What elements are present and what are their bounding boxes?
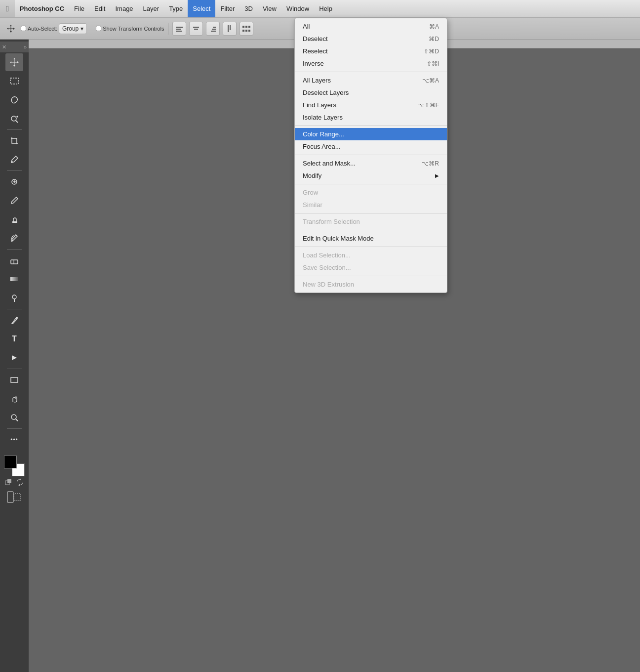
history-brush-tool[interactable] [5,229,23,247]
lasso-tool[interactable] [5,91,23,109]
menu-item-isolate-layers[interactable]: Isolate Layers [295,111,447,124]
tool-div-3 [7,249,22,250]
menu-item-color-range[interactable]: Color Range... [295,128,447,140]
svg-rect-26 [11,260,18,264]
eraser-tool[interactable] [5,252,23,269]
transform-checkbox[interactable] [96,26,101,31]
align-right-btn[interactable] [206,22,220,36]
menu-item-deselect-layers-label: Deselect Layers [303,89,349,96]
align-left-btn[interactable] [172,22,186,36]
view-menu[interactable]: View [258,0,281,17]
type-tool[interactable]: T [5,330,23,348]
menu-item-inverse-label: Inverse [303,60,324,67]
menu-item-save-selection[interactable]: Save Selection... [295,261,447,274]
auto-select-checkbox[interactable] [21,26,26,31]
hand-tool[interactable] [5,390,23,408]
filter-menu[interactable]: Filter [215,0,240,17]
menu-item-reselect-label: Reselect [303,47,328,55]
menu-item-inverse-shortcut: ⇧⌘I [427,60,439,67]
menu-item-similar[interactable]: Similar [295,199,447,211]
select-menu-trigger[interactable]: Select [188,0,215,17]
menu-item-transform-selection-label: Transform Selection [303,218,360,225]
menu-item-all-layers[interactable]: All Layers ⌥⌘A [295,74,447,86]
pen-tool[interactable] [5,311,23,329]
rectangle-tool[interactable] [5,371,23,389]
move-tool-icon[interactable] [4,22,18,36]
window-menu[interactable]: Window [281,0,314,17]
default-colors-icon[interactable] [5,478,13,486]
menu-item-reselect-shortcut: ⇧⌘D [424,48,439,55]
tool-div-5 [7,369,22,369]
brush-tool[interactable] [5,192,23,210]
apple-menu[interactable]:  [0,0,15,17]
menu-item-all[interactable]: All ⌘A [295,20,447,33]
menu-item-inverse[interactable]: Inverse ⇧⌘I [295,57,447,70]
swap-colors-icon[interactable] [16,478,24,486]
menu-item-load-selection[interactable]: Load Selection... [295,249,447,261]
align-top-btn[interactable] [223,22,237,36]
menu-item-new-3d-extrusion[interactable]: New 3D Extrusion [295,278,447,291]
svg-rect-38 [14,494,21,501]
menu-item-transform-selection[interactable]: Transform Selection [295,215,447,228]
select-dropdown-menu: All ⌘A Deselect ⌘D Reselect ⇧⌘D Inverse … [294,18,447,293]
heal-tool[interactable] [5,173,23,191]
menu-item-grow[interactable]: Grow [295,186,447,199]
help-menu[interactable]: Help [314,0,337,17]
menu-item-deselect[interactable]: Deselect ⌘D [295,33,447,45]
color-swatch-area [4,454,25,486]
menu-item-all-layers-shortcut: ⌥⌘A [422,77,439,84]
stamp-tool[interactable] [5,210,23,228]
menu-item-find-layers[interactable]: Find Layers ⌥⇧⌘F [295,99,447,111]
panel-close[interactable]: ✕ [2,44,6,50]
menu-sep-7 [295,247,447,247]
distribute-btn[interactable] [240,22,253,36]
menu-item-deselect-layers[interactable]: Deselect Layers [295,86,447,99]
quick-mask-icon[interactable] [7,491,22,503]
menu-item-select-and-mask[interactable]: Select and Mask... ⌥⌘R [295,157,447,169]
svg-rect-14 [245,30,247,32]
menu-item-reselect[interactable]: Reselect ⇧⌘D [295,45,447,57]
tool-panel-header: ✕ » [0,42,29,52]
image-menu[interactable]: Image [110,0,138,17]
type-menu[interactable]: Type [164,0,188,17]
layer-menu[interactable]: Layer [138,0,164,17]
menu-item-focus-area-label: Focus Area... [303,143,341,150]
svg-point-29 [12,295,16,299]
svg-rect-3 [193,27,199,28]
menu-item-load-selection-label: Load Selection... [303,252,351,259]
toolbar-options: Auto-Select: Group ▾ Show Transform Cont… [21,23,164,34]
path-select-tool[interactable] [5,349,23,367]
marquee-tool[interactable] [5,72,23,90]
more-tools[interactable]: ••• [5,431,23,449]
zoom-tool[interactable] [5,409,23,426]
menu-item-all-layers-label: All Layers [303,77,331,84]
menu-item-modify[interactable]: Modify ▶ [295,169,447,182]
menu-item-isolate-layers-label: Isolate Layers [303,114,343,121]
menu-item-edit-quick-mask[interactable]: Edit in Quick Mask Mode [295,232,447,245]
menu-item-save-selection-label: Save Selection... [303,264,351,271]
menu-item-new-3d-extrusion-label: New 3D Extrusion [303,281,354,288]
dodge-tool[interactable] [5,289,23,307]
svg-rect-0 [176,27,183,28]
eyedropper-tool[interactable] [5,151,23,168]
tool-panel: ✕ » [0,40,29,672]
move-tool[interactable] [5,53,23,71]
panel-expand[interactable]: » [24,44,27,50]
3d-menu[interactable]: 3D [240,0,258,17]
show-transform-label: Show Transform Controls [103,26,164,32]
group-dropdown[interactable]: Group ▾ [59,23,87,34]
foreground-color-swatch[interactable] [4,456,17,468]
menu-item-focus-area[interactable]: Focus Area... [295,140,447,153]
svg-point-19 [11,116,16,121]
svg-rect-2 [176,31,182,32]
align-center-btn[interactable] [189,22,203,36]
app-name[interactable]: Photoshop CC [15,0,69,17]
toolbar-divider-1 [168,23,168,35]
menu-sep-4 [295,184,447,184]
crop-tool[interactable] [5,132,23,150]
gradient-tool[interactable] [5,270,23,288]
file-menu[interactable]: File [69,0,89,17]
edit-menu[interactable]: Edit [89,0,110,17]
svg-line-34 [16,419,18,421]
quick-select-tool[interactable] [5,110,23,127]
